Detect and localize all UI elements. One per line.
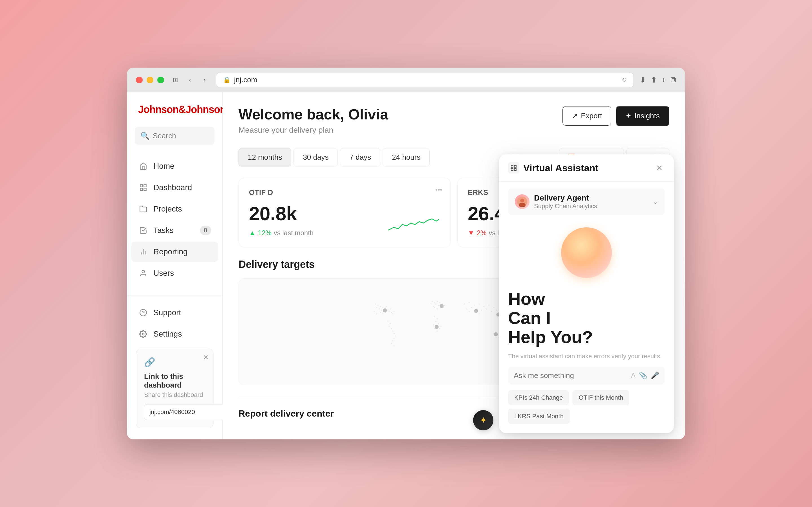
svg-rect-75 (471, 307, 472, 308)
sidebar-item-support[interactable]: Support (132, 302, 218, 323)
sparkline-otif-d (388, 213, 439, 236)
fullscreen-traffic-light[interactable] (157, 76, 164, 83)
sidebar-item-dashboard[interactable]: Dashboard (132, 177, 218, 198)
svg-rect-32 (388, 321, 388, 322)
sidebar-item-label-tasks: Tasks (153, 226, 174, 235)
url-bar[interactable]: 🔒 jnj.com ↻ (216, 73, 634, 87)
sidebar-item-label-reporting: Reporting (153, 247, 188, 256)
export-button[interactable]: ↗ Export (562, 106, 611, 126)
va-header: Virtual Assistant ✕ (499, 154, 674, 182)
dashboard-icon (138, 182, 148, 193)
svg-rect-66 (441, 326, 441, 327)
sidebar-item-label-users: Users (153, 269, 174, 278)
svg-rect-24 (391, 312, 392, 313)
svg-rect-13 (380, 306, 381, 307)
virtual-assistant-panel: Virtual Assistant ✕ Delivery Agent (499, 154, 674, 433)
support-icon (138, 307, 148, 318)
svg-rect-21 (388, 309, 388, 311)
filter-30days[interactable]: 30 days (294, 148, 338, 166)
ai-fab-button[interactable]: ✦ (473, 410, 493, 431)
svg-point-95 (383, 308, 387, 313)
browser-actions-right: ⬇ ⬆ + ⧉ (640, 75, 676, 84)
tab-view-icon[interactable]: ⊞ (170, 74, 181, 86)
text-format-icon[interactable]: A (631, 372, 636, 379)
va-input-row: A 📎 🎤 (508, 367, 665, 385)
svg-rect-77 (481, 309, 482, 311)
svg-rect-43 (432, 301, 433, 302)
share-icon[interactable]: ⬆ (651, 75, 657, 84)
users-icon (138, 268, 148, 278)
filter-7days[interactable]: 7 days (340, 148, 380, 166)
search-container[interactable]: 🔍 ⌘K (135, 127, 214, 145)
share-url-input[interactable] (144, 404, 232, 420)
va-quick-btn-kpis[interactable]: KPIs 24h Change (508, 390, 569, 405)
browser-window: ⊞ ‹ › 🔒 jnj.com ↻ ⬇ ⬆ + ⧉ Johnson&Johnso… (127, 68, 685, 439)
va-title-text: Virtual Assistant (523, 163, 598, 173)
svg-rect-85 (469, 311, 469, 312)
sidebar-item-users[interactable]: Users (132, 263, 218, 283)
va-close-button[interactable]: ✕ (654, 162, 665, 173)
svg-rect-58 (437, 318, 438, 319)
svg-rect-72 (488, 305, 489, 305)
svg-rect-18 (381, 309, 382, 311)
svg-rect-55 (437, 308, 438, 309)
svg-rect-68 (469, 302, 469, 303)
tasks-icon (138, 225, 148, 235)
svg-rect-46 (435, 303, 436, 304)
svg-rect-87 (478, 313, 479, 314)
minimize-traffic-light[interactable] (147, 76, 153, 83)
filter-12months[interactable]: 12 months (239, 148, 291, 166)
forward-button[interactable]: › (199, 74, 210, 86)
svg-point-7 (142, 270, 144, 273)
refresh-icon[interactable]: ↻ (622, 76, 627, 83)
sidebar-item-settings[interactable]: Settings (132, 324, 218, 344)
svg-rect-101 (511, 165, 513, 167)
share-card-close[interactable]: ✕ (203, 353, 209, 361)
svg-rect-39 (394, 338, 395, 339)
attachment-icon[interactable]: 📎 (639, 372, 647, 379)
kpi-menu-otif-d[interactable]: ••• (435, 186, 442, 194)
va-quick-btn-lkrs[interactable]: LKRS Past Month (508, 409, 570, 424)
sidebar-item-label-home: Home (153, 162, 174, 171)
settings-icon (138, 329, 148, 339)
new-tab-icon[interactable]: + (661, 75, 666, 84)
sidebar-item-projects[interactable]: Projects (132, 199, 218, 219)
svg-rect-11 (375, 303, 376, 304)
svg-rect-36 (392, 331, 393, 332)
va-ask-input[interactable] (514, 371, 627, 380)
sidebar-item-label-support: Support (153, 308, 181, 317)
back-button[interactable]: ‹ (185, 74, 196, 86)
download-icon[interactable]: ⬇ (640, 75, 646, 84)
microphone-icon[interactable]: 🎤 (651, 372, 659, 379)
page-header-left: Welcome back, Olivia Measure your delive… (239, 106, 388, 135)
filter-24hours[interactable]: 24 hours (383, 148, 430, 166)
svg-rect-70 (478, 303, 479, 304)
va-quick-btn-otif[interactable]: OTIF this Month (572, 390, 629, 405)
sidebar-item-reporting[interactable]: Reporting (132, 242, 218, 262)
svg-rect-2 (144, 188, 146, 190)
svg-rect-22 (390, 308, 391, 309)
sparkle-icon: ✦ (479, 415, 487, 426)
app-container: Johnson&Johnson 🔍 ⌘K Home Dashboar (127, 93, 685, 439)
svg-rect-25 (392, 313, 393, 314)
search-icon: 🔍 (140, 131, 149, 140)
svg-rect-16 (382, 307, 383, 308)
svg-rect-71 (484, 306, 485, 307)
sidebar-item-label-settings: Settings (153, 330, 182, 339)
sparkline-chart-otif-d (388, 213, 439, 236)
svg-rect-30 (374, 311, 375, 312)
close-traffic-light[interactable] (136, 76, 143, 83)
insights-button[interactable]: ✦ Insights (616, 106, 669, 126)
page-header: Welcome back, Olivia Measure your delive… (239, 106, 669, 135)
duplicate-tab-icon[interactable]: ⧉ (670, 75, 676, 84)
sidebar-item-tasks[interactable]: Tasks 8 (132, 220, 218, 240)
svg-rect-52 (444, 305, 445, 305)
kpi-change-pct-erks: 2% (477, 229, 487, 237)
insights-icon: ✦ (625, 112, 631, 120)
va-agent-selector[interactable]: Delivery Agent Supply Chain Analytics ⌄ (508, 188, 665, 215)
svg-rect-73 (493, 307, 494, 308)
svg-rect-54 (434, 307, 435, 308)
sidebar-item-home[interactable]: Home (132, 156, 218, 176)
svg-rect-102 (514, 165, 516, 167)
va-agent-avatar (515, 194, 529, 209)
